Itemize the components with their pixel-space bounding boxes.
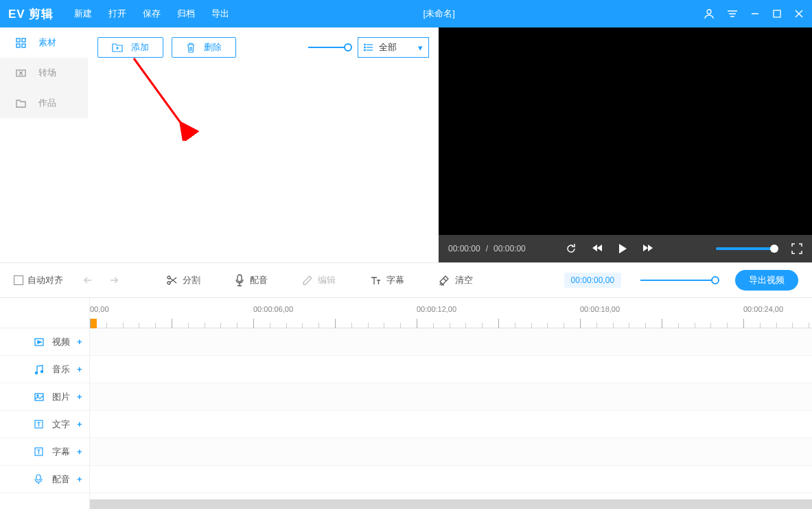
- material-panel: 添加 删除 全部 ▾: [88, 27, 439, 262]
- ruler-mark: 00:00:12,00: [417, 305, 456, 313]
- menu-open[interactable]: 打开: [108, 8, 126, 20]
- undo-icon[interactable]: [84, 275, 96, 285]
- delete-label: 删除: [204, 41, 222, 54]
- redo-icon[interactable]: [106, 275, 118, 285]
- mic-icon: [34, 474, 45, 484]
- folder-icon: [15, 99, 26, 108]
- svg-point-18: [167, 276, 170, 279]
- video-icon: [34, 338, 45, 346]
- track-row[interactable]: [90, 411, 812, 438]
- edit-toolbar: 自动对齐 分割 配音 编辑 字幕 清空 00:00:00,00 导出视频: [0, 262, 812, 298]
- volume-slider[interactable]: [716, 247, 775, 250]
- rewind-icon[interactable]: [592, 243, 603, 254]
- titlebar: EV 剪辑 新建 打开 保存 归档 导出 [未命名]: [0, 0, 812, 27]
- track-subtitle[interactable]: 字幕 +: [0, 438, 89, 466]
- sidebar-item-works[interactable]: 作品: [0, 88, 88, 118]
- rotate-icon[interactable]: [566, 243, 577, 254]
- svg-rect-2: [774, 10, 780, 17]
- playhead[interactable]: [90, 319, 97, 328]
- window-controls: [704, 8, 804, 19]
- filter-label: 全部: [379, 41, 397, 54]
- timeline-time: 00:00:00,00: [564, 273, 621, 288]
- track-music[interactable]: 音乐 +: [0, 356, 89, 383]
- pencil-icon: [302, 275, 312, 286]
- window-title: [未命名]: [174, 8, 704, 20]
- tool-clear[interactable]: 清空: [439, 274, 473, 286]
- add-folder-icon: [112, 43, 123, 52]
- text-icon: [370, 275, 381, 286]
- track-row[interactable]: [90, 466, 812, 493]
- text-box-icon: [34, 420, 45, 429]
- zoom-slider[interactable]: [308, 37, 349, 58]
- fullscreen-icon[interactable]: [791, 243, 802, 254]
- delete-button[interactable]: 删除: [172, 37, 236, 58]
- svg-point-15: [364, 44, 366, 45]
- add-button[interactable]: 添加: [97, 37, 163, 58]
- auto-align-checkbox[interactable]: 自动对齐: [14, 274, 63, 286]
- tool-subtitle[interactable]: 字幕: [370, 274, 404, 286]
- sidebar-item-material[interactable]: 素材: [0, 27, 88, 58]
- export-video-button[interactable]: 导出视频: [735, 270, 798, 291]
- minimize-icon[interactable]: [750, 9, 760, 19]
- svg-point-16: [364, 47, 366, 48]
- add-track-icon[interactable]: +: [77, 392, 82, 402]
- add-track-icon[interactable]: +: [77, 337, 82, 347]
- timeline: 视频 + 音乐 + 图片 + 文字 + 字幕 + 配音 +: [0, 298, 812, 509]
- timeline-zoom-slider[interactable]: [640, 280, 716, 281]
- svg-rect-8: [22, 44, 25, 47]
- svg-point-23: [41, 370, 43, 372]
- add-track-icon[interactable]: +: [77, 474, 82, 484]
- menu-new[interactable]: 新建: [74, 8, 92, 20]
- ruler-mark: 00:00:18,00: [580, 305, 620, 313]
- maximize-icon[interactable]: [772, 9, 782, 19]
- tracks-area[interactable]: 00,0000:00:06,0000:00:12,0000:00:18,0000…: [89, 298, 812, 509]
- track-text[interactable]: 文字 +: [0, 411, 89, 438]
- tool-edit: 编辑: [302, 274, 336, 286]
- play-icon[interactable]: [618, 243, 627, 254]
- trash-icon: [186, 43, 196, 53]
- time-ruler[interactable]: 00,0000:00:06,0000:00:12,0000:00:18,0000…: [90, 298, 812, 328]
- svg-point-25: [37, 395, 38, 396]
- add-label: 添加: [131, 41, 149, 54]
- sidebar-item-transition[interactable]: 转场: [0, 58, 88, 88]
- svg-rect-5: [16, 38, 20, 42]
- tool-split[interactable]: 分割: [166, 274, 200, 286]
- settings-icon[interactable]: [727, 9, 738, 19]
- menu-save[interactable]: 保存: [143, 8, 161, 20]
- image-icon: [34, 393, 45, 401]
- scissors-icon: [166, 275, 177, 286]
- track-row[interactable]: [90, 438, 812, 466]
- ruler-mark: 00:00:06,00: [253, 305, 293, 313]
- ruler-mark: 00,00: [90, 305, 109, 313]
- tool-voiceover[interactable]: 配音: [235, 274, 268, 286]
- music-icon: [34, 365, 45, 374]
- ruler-mark: 00:00:24,00: [743, 305, 783, 313]
- svg-rect-28: [36, 475, 40, 480]
- user-icon[interactable]: [704, 8, 715, 19]
- grid-icon: [15, 38, 26, 48]
- filter-select[interactable]: 全部 ▾: [358, 37, 429, 58]
- add-track-icon[interactable]: +: [77, 364, 82, 374]
- track-voiceover[interactable]: 配音 +: [0, 466, 89, 493]
- sidebar-label: 作品: [38, 97, 56, 109]
- track-row[interactable]: [90, 356, 812, 383]
- track-row[interactable]: [90, 383, 812, 411]
- add-track-icon[interactable]: +: [77, 419, 82, 429]
- svg-point-22: [36, 372, 38, 374]
- horizontal-scrollbar[interactable]: [90, 499, 812, 509]
- sidebar-label: 素材: [38, 36, 56, 49]
- sidebar-label: 转场: [38, 67, 56, 79]
- track-image[interactable]: 图片 +: [0, 383, 89, 411]
- forward-icon[interactable]: [642, 243, 653, 254]
- svg-rect-20: [237, 275, 242, 282]
- svg-point-0: [707, 10, 711, 14]
- video-preview[interactable]: [439, 27, 812, 235]
- add-track-icon[interactable]: +: [77, 446, 82, 457]
- close-icon[interactable]: [794, 9, 804, 19]
- track-row[interactable]: [90, 328, 812, 356]
- svg-rect-7: [16, 44, 20, 47]
- broom-icon: [439, 275, 450, 286]
- list-icon: [364, 43, 373, 52]
- track-video[interactable]: 视频 +: [0, 328, 89, 356]
- preview-panel: 00:00:00/00:00:00: [439, 27, 812, 262]
